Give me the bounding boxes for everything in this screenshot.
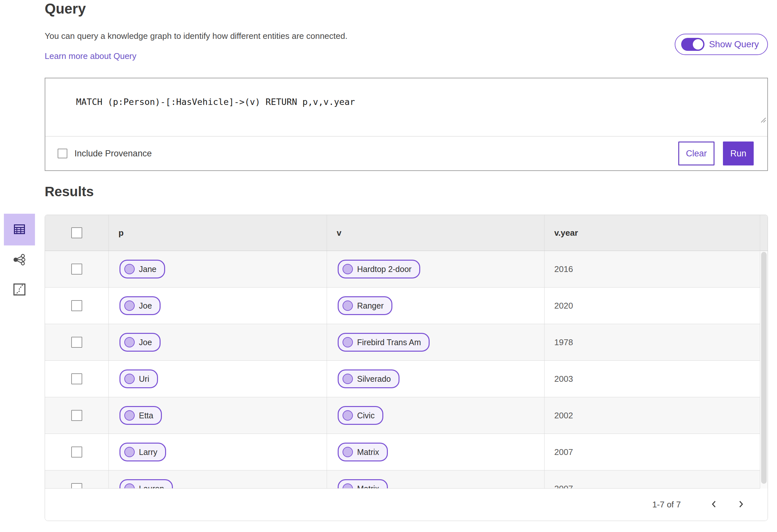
- node-dot-icon: [124, 337, 135, 347]
- node-pill-v[interactable]: Ranger: [338, 296, 393, 315]
- pill-label: Joe: [139, 301, 152, 311]
- toggle-switch-icon[interactable]: [681, 38, 704, 51]
- table-view-button[interactable]: [4, 214, 35, 245]
- resize-grip-icon[interactable]: [728, 105, 766, 135]
- column-header-v: v: [327, 215, 544, 251]
- pill-label: Jane: [139, 264, 156, 274]
- node-pill-p[interactable]: Jane: [119, 260, 165, 279]
- pill-label: Larry: [139, 447, 157, 457]
- node-pill-v[interactable]: Matrix: [338, 443, 388, 461]
- node-pill-p[interactable]: Joe: [119, 296, 160, 315]
- node-dot-icon: [342, 374, 353, 384]
- node-pill-p[interactable]: Etta: [119, 406, 162, 425]
- table-row: Joe Ranger 2020: [45, 288, 768, 324]
- node-dot-icon: [124, 484, 135, 488]
- node-pill-v[interactable]: Firebird Trans Am: [338, 333, 430, 352]
- prev-page-button[interactable]: [707, 498, 721, 512]
- include-provenance-checkbox[interactable]: [58, 148, 67, 158]
- pill-label: Matrix: [357, 447, 379, 457]
- row-checkbox[interactable]: [71, 446, 82, 457]
- row-checkbox[interactable]: [71, 300, 82, 311]
- query-text: MATCH (p:Person)-[:HasVehicle]->(v) RETU…: [76, 97, 355, 107]
- year-value: 2016: [554, 264, 573, 274]
- select-all-checkbox[interactable]: [71, 227, 82, 238]
- table-row: Uri Silverado 2003: [45, 361, 768, 397]
- row-checkbox[interactable]: [71, 263, 82, 275]
- column-header-p: p: [108, 215, 327, 251]
- table-row: Lauren Matrix 2007: [45, 470, 768, 488]
- show-query-label: Show Query: [709, 39, 759, 49]
- node-pill-p[interactable]: Joe: [119, 333, 160, 352]
- toggle-knob: [693, 39, 703, 49]
- pill-label: Etta: [139, 411, 153, 420]
- pill-label: Civic: [357, 411, 374, 420]
- node-dot-icon: [124, 410, 135, 421]
- graph-view-icon: [13, 253, 25, 267]
- run-button[interactable]: Run: [723, 141, 754, 166]
- map-view-button[interactable]: [4, 280, 35, 300]
- scrollbar-thumb[interactable]: [761, 252, 767, 484]
- query-description: You can query a knowledge graph to ident…: [45, 31, 347, 41]
- node-dot-icon: [342, 264, 353, 274]
- table-scrollbar[interactable]: [760, 251, 768, 489]
- table-body: Jane Hardtop 2-door 2016 Joe Ranger 2020…: [45, 251, 768, 488]
- map-view-icon: [13, 283, 25, 297]
- query-editor-panel: MATCH (p:Person)-[:HasVehicle]->(v) RETU…: [45, 78, 768, 171]
- node-dot-icon: [342, 447, 353, 457]
- query-textarea[interactable]: MATCH (p:Person)-[:HasVehicle]->(v) RETU…: [45, 78, 767, 137]
- pill-label: Lauren: [139, 484, 164, 489]
- row-checkbox[interactable]: [71, 483, 82, 488]
- node-dot-icon: [124, 301, 135, 311]
- table-row: Joe Firebird Trans Am 1978: [45, 324, 768, 361]
- pill-label: Uri: [139, 374, 149, 384]
- node-pill-v[interactable]: Matrix: [338, 479, 388, 488]
- node-pill-p[interactable]: Larry: [119, 443, 166, 461]
- node-pill-v[interactable]: Hardtop 2-door: [338, 260, 420, 279]
- pill-label: Firebird Trans Am: [357, 338, 421, 347]
- year-value: 2007: [554, 447, 573, 457]
- node-pill-p[interactable]: Lauren: [119, 479, 173, 488]
- header-scroll-strip: [760, 215, 768, 251]
- pagination-bar: 1-7 of 7: [45, 488, 768, 521]
- table-row: Jane Hardtop 2-door 2016: [45, 251, 768, 288]
- pill-label: Hardtop 2-door: [357, 264, 412, 274]
- next-page-button[interactable]: [734, 498, 748, 512]
- row-checkbox[interactable]: [71, 337, 82, 348]
- pagination-range-label: 1-7 of 7: [652, 500, 681, 510]
- table-row: Larry Matrix 2007: [45, 434, 768, 470]
- pill-label: Joe: [139, 338, 152, 347]
- graph-view-button[interactable]: [4, 250, 35, 270]
- year-value: 2007: [554, 484, 573, 489]
- year-value: 2003: [554, 374, 573, 384]
- row-checkbox[interactable]: [71, 374, 82, 384]
- pill-label: Ranger: [357, 301, 383, 311]
- row-checkbox[interactable]: [71, 410, 82, 421]
- column-header-vyear: v.year: [544, 215, 760, 251]
- node-dot-icon: [124, 447, 135, 457]
- table-view-icon: [14, 224, 25, 235]
- query-footer: Include Provenance Clear Run: [45, 137, 767, 170]
- page-title: Query: [45, 1, 86, 17]
- node-pill-p[interactable]: Uri: [119, 369, 158, 388]
- node-pill-v[interactable]: Civic: [338, 406, 383, 425]
- table-header-row: p v v.year: [45, 215, 768, 251]
- node-dot-icon: [342, 301, 353, 311]
- year-value: 1978: [554, 337, 573, 347]
- node-dot-icon: [342, 484, 353, 488]
- chevron-right-icon: [738, 499, 745, 510]
- node-dot-icon: [124, 264, 135, 274]
- pill-label: Silverado: [357, 374, 391, 384]
- table-row: Etta Civic 2002: [45, 397, 768, 434]
- node-dot-icon: [124, 374, 135, 384]
- show-query-toggle[interactable]: Show Query: [675, 34, 768, 55]
- results-title: Results: [45, 184, 94, 200]
- node-dot-icon: [342, 337, 353, 347]
- learn-more-link[interactable]: Learn more about Query: [45, 51, 136, 61]
- year-value: 2002: [554, 411, 573, 421]
- include-provenance-label: Include Provenance: [75, 148, 152, 158]
- pill-label: Matrix: [357, 484, 379, 489]
- year-value: 2020: [554, 301, 573, 311]
- node-pill-v[interactable]: Silverado: [338, 369, 400, 388]
- chevron-left-icon: [710, 499, 717, 510]
- clear-button[interactable]: Clear: [678, 141, 714, 166]
